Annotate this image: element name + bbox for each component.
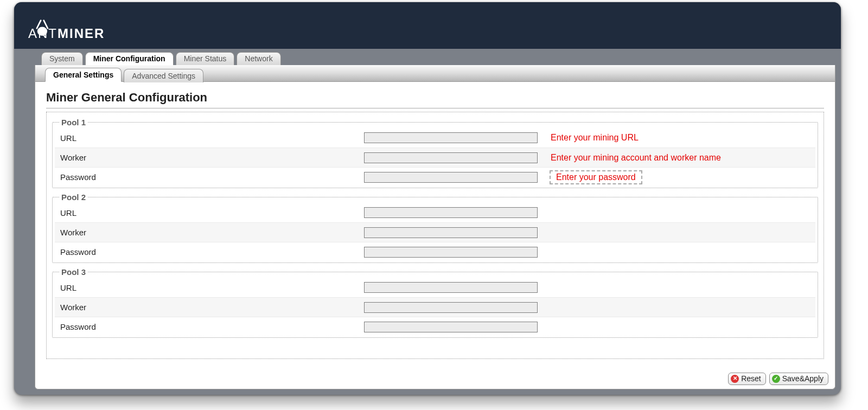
pool-1-legend: Pool 1	[59, 118, 88, 127]
pool-3-url-label: URL	[60, 283, 364, 292]
pool-2-worker-label: Worker	[60, 228, 364, 237]
check-icon: ✓	[772, 375, 780, 383]
pool-3-row-password: Password	[55, 317, 815, 336]
secondary-tab-general-settings[interactable]: General Settings	[45, 68, 122, 82]
save-apply-button[interactable]: ✓ Save&Apply	[769, 373, 828, 385]
primary-tab-system[interactable]: System	[41, 52, 83, 65]
pool-3-worker-label: Worker	[60, 303, 364, 312]
pool-3-legend: Pool 3	[59, 267, 88, 277]
primary-tab-miner-configuration[interactable]: Miner Configuration	[85, 52, 174, 65]
content-panel: General SettingsAdvanced Settings Miner …	[35, 65, 835, 389]
secondary-tab-advanced-settings[interactable]: Advanced Settings	[124, 69, 203, 82]
pool-3-fieldset: Pool 3URLWorkerPassword	[52, 267, 818, 338]
primary-tab-miner-status[interactable]: Miner Status	[176, 52, 235, 65]
pool-1-worker-input[interactable]	[364, 152, 538, 163]
brand-thin: ANT	[28, 26, 58, 41]
brand: ANTMINER	[26, 8, 841, 41]
pool-2-row-password: Password	[55, 242, 815, 261]
pool-1-url-hint: Enter your mining URL	[551, 133, 639, 143]
pool-2-url-input[interactable]	[364, 207, 538, 218]
primary-tab-network[interactable]: Network	[237, 52, 280, 65]
top-bar: ANTMINER	[14, 2, 841, 49]
pool-3-password-input[interactable]	[364, 322, 538, 332]
save-apply-button-label: Save&Apply	[782, 374, 824, 383]
pool-3-worker-input[interactable]	[364, 302, 538, 313]
title-divider	[46, 108, 824, 108]
app-window: ANTMINER SystemMiner ConfigurationMiner …	[14, 2, 841, 395]
pool-2-row-worker: Worker	[55, 222, 815, 242]
secondary-tabs: General SettingsAdvanced Settings	[35, 65, 835, 82]
pool-1-password-hint: Enter your password	[550, 170, 642, 184]
pool-2-password-label: Password	[60, 247, 364, 257]
pool-2-row-url: URL	[55, 203, 815, 222]
pool-2-fieldset: Pool 2URLWorkerPassword	[52, 193, 818, 263]
pool-1-url-label: URL	[60, 133, 364, 143]
pool-2-legend: Pool 2	[59, 193, 88, 202]
pool-1-worker-hint: Enter your mining account and worker nam…	[551, 153, 721, 163]
pool-2-url-label: URL	[60, 208, 364, 217]
pool-2-worker-input[interactable]	[364, 227, 538, 238]
pool-1-row-password: PasswordEnter your password	[55, 167, 815, 187]
pool-1-url-input[interactable]	[364, 132, 538, 143]
pool-1-row-url: URLEnter your mining URL	[55, 128, 815, 148]
cancel-icon: ✕	[731, 375, 739, 383]
panel-body: Miner General Configuration Pool 1URLEnt…	[35, 82, 835, 359]
page-title: Miner General Configuration	[46, 91, 824, 105]
pool-1-password-input[interactable]	[364, 172, 538, 183]
pool-1-worker-label: Worker	[60, 153, 364, 162]
footer-buttons: ✕ Reset ✓ Save&Apply	[728, 373, 828, 385]
pool-3-row-worker: Worker	[55, 297, 815, 317]
brand-bold: MINER	[58, 26, 105, 41]
reset-button[interactable]: ✕ Reset	[728, 373, 766, 385]
pool-3-password-label: Password	[60, 322, 364, 331]
pool-1-password-label: Password	[60, 172, 364, 182]
pool-1-row-worker: WorkerEnter your mining account and work…	[55, 148, 815, 167]
pool-3-url-input[interactable]	[364, 282, 538, 293]
pool-1-fieldset: Pool 1URLEnter your mining URLWorkerEnte…	[52, 118, 818, 188]
pool-3-row-url: URL	[55, 278, 815, 297]
pool-2-password-input[interactable]	[364, 247, 538, 258]
primary-tabs: SystemMiner ConfigurationMiner StatusNet…	[14, 49, 841, 65]
pools-container: Pool 1URLEnter your mining URLWorkerEnte…	[46, 112, 824, 359]
reset-button-label: Reset	[741, 374, 761, 383]
brand-text: ANTMINER	[28, 26, 105, 41]
